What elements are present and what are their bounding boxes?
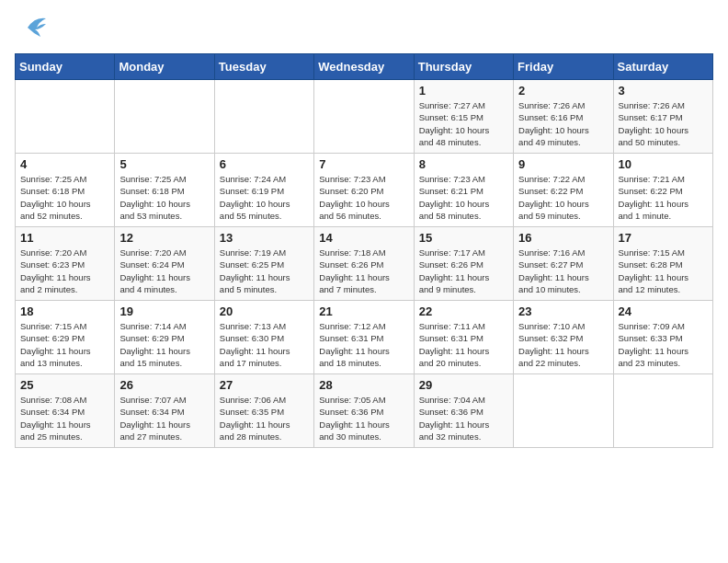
day-number: 15 bbox=[419, 231, 508, 245]
day-number: 22 bbox=[419, 304, 508, 318]
calendar-cell: 12Sunrise: 7:20 AM Sunset: 6:24 PM Dayli… bbox=[115, 227, 214, 301]
calendar-cell: 22Sunrise: 7:11 AM Sunset: 6:31 PM Dayli… bbox=[414, 301, 513, 374]
day-info: Sunrise: 7:15 AM Sunset: 6:29 PM Dayligh… bbox=[20, 320, 109, 369]
day-info: Sunrise: 7:04 AM Sunset: 6:36 PM Dayligh… bbox=[419, 394, 508, 442]
calendar-cell: 19Sunrise: 7:14 AM Sunset: 6:29 PM Dayli… bbox=[115, 301, 214, 374]
calendar-cell: 3Sunrise: 7:26 AM Sunset: 6:17 PM Daylig… bbox=[613, 80, 712, 154]
day-number: 25 bbox=[20, 378, 109, 392]
calendar-header-row: SundayMondayTuesdayWednesdayThursdayFrid… bbox=[16, 54, 713, 80]
day-info: Sunrise: 7:21 AM Sunset: 6:22 PM Dayligh… bbox=[619, 173, 708, 222]
day-number: 18 bbox=[20, 304, 109, 318]
day-info: Sunrise: 7:09 AM Sunset: 6:33 PM Dayligh… bbox=[619, 320, 708, 369]
day-number: 10 bbox=[619, 157, 708, 171]
calendar-cell: 17Sunrise: 7:15 AM Sunset: 6:28 PM Dayli… bbox=[613, 227, 712, 301]
day-header-friday: Friday bbox=[514, 54, 613, 80]
day-number: 20 bbox=[220, 304, 309, 318]
day-header-wednesday: Wednesday bbox=[314, 54, 414, 80]
calendar-cell bbox=[115, 80, 214, 154]
day-number: 13 bbox=[220, 231, 309, 245]
calendar-cell: 20Sunrise: 7:13 AM Sunset: 6:30 PM Dayli… bbox=[214, 301, 313, 374]
day-number: 21 bbox=[319, 304, 408, 318]
day-info: Sunrise: 7:15 AM Sunset: 6:28 PM Dayligh… bbox=[619, 247, 708, 295]
day-info: Sunrise: 7:11 AM Sunset: 6:31 PM Dayligh… bbox=[419, 320, 508, 369]
calendar-cell: 24Sunrise: 7:09 AM Sunset: 6:33 PM Dayli… bbox=[613, 301, 712, 374]
day-header-saturday: Saturday bbox=[613, 54, 712, 80]
day-number: 27 bbox=[220, 378, 309, 392]
day-header-tuesday: Tuesday bbox=[214, 54, 313, 80]
day-number: 26 bbox=[119, 378, 209, 392]
calendar-cell: 1Sunrise: 7:27 AM Sunset: 6:15 PM Daylig… bbox=[414, 80, 513, 154]
calendar-cell: 10Sunrise: 7:21 AM Sunset: 6:22 PM Dayli… bbox=[613, 154, 712, 227]
week-row-4: 25Sunrise: 7:08 AM Sunset: 6:34 PM Dayli… bbox=[16, 374, 713, 448]
day-info: Sunrise: 7:23 AM Sunset: 6:20 PM Dayligh… bbox=[319, 173, 408, 222]
day-info: Sunrise: 7:05 AM Sunset: 6:36 PM Dayligh… bbox=[319, 394, 408, 442]
calendar-cell: 9Sunrise: 7:22 AM Sunset: 6:22 PM Daylig… bbox=[514, 154, 613, 227]
calendar-cell bbox=[16, 80, 115, 154]
calendar-cell: 16Sunrise: 7:16 AM Sunset: 6:27 PM Dayli… bbox=[514, 227, 613, 301]
day-info: Sunrise: 7:13 AM Sunset: 6:30 PM Dayligh… bbox=[220, 320, 309, 369]
day-number: 3 bbox=[619, 84, 708, 98]
calendar-cell: 4Sunrise: 7:25 AM Sunset: 6:18 PM Daylig… bbox=[16, 154, 115, 227]
day-info: Sunrise: 7:20 AM Sunset: 6:23 PM Dayligh… bbox=[20, 247, 109, 295]
day-number: 19 bbox=[119, 304, 209, 318]
calendar-cell: 2Sunrise: 7:26 AM Sunset: 6:16 PM Daylig… bbox=[514, 80, 613, 154]
calendar-cell bbox=[214, 80, 313, 154]
day-info: Sunrise: 7:24 AM Sunset: 6:19 PM Dayligh… bbox=[220, 173, 309, 222]
day-header-sunday: Sunday bbox=[16, 54, 115, 80]
calendar-cell: 23Sunrise: 7:10 AM Sunset: 6:32 PM Dayli… bbox=[514, 301, 613, 374]
day-info: Sunrise: 7:22 AM Sunset: 6:22 PM Dayligh… bbox=[518, 173, 608, 222]
logo-bird-icon bbox=[18, 15, 48, 44]
calendar-cell: 7Sunrise: 7:23 AM Sunset: 6:20 PM Daylig… bbox=[314, 154, 414, 227]
day-number: 7 bbox=[319, 157, 408, 171]
day-info: Sunrise: 7:18 AM Sunset: 6:26 PM Dayligh… bbox=[319, 247, 408, 295]
calendar-cell bbox=[514, 374, 613, 448]
logo bbox=[15, 15, 48, 44]
calendar-cell bbox=[613, 374, 712, 448]
day-number: 2 bbox=[518, 84, 608, 98]
calendar-cell: 27Sunrise: 7:06 AM Sunset: 6:35 PM Dayli… bbox=[214, 374, 313, 448]
day-info: Sunrise: 7:14 AM Sunset: 6:29 PM Dayligh… bbox=[119, 320, 209, 369]
day-info: Sunrise: 7:27 AM Sunset: 6:15 PM Dayligh… bbox=[419, 99, 508, 148]
day-number: 29 bbox=[419, 378, 508, 392]
day-number: 1 bbox=[419, 84, 508, 98]
calendar-cell: 13Sunrise: 7:19 AM Sunset: 6:25 PM Dayli… bbox=[214, 227, 313, 301]
day-info: Sunrise: 7:26 AM Sunset: 6:16 PM Dayligh… bbox=[518, 99, 608, 148]
day-number: 12 bbox=[119, 231, 209, 245]
day-number: 23 bbox=[518, 304, 608, 318]
day-number: 8 bbox=[419, 157, 508, 171]
calendar-cell: 6Sunrise: 7:24 AM Sunset: 6:19 PM Daylig… bbox=[214, 154, 313, 227]
week-row-3: 18Sunrise: 7:15 AM Sunset: 6:29 PM Dayli… bbox=[16, 301, 713, 374]
calendar-cell: 15Sunrise: 7:17 AM Sunset: 6:26 PM Dayli… bbox=[414, 227, 513, 301]
day-info: Sunrise: 7:20 AM Sunset: 6:24 PM Dayligh… bbox=[119, 247, 209, 295]
day-number: 9 bbox=[518, 157, 608, 171]
day-info: Sunrise: 7:26 AM Sunset: 6:17 PM Dayligh… bbox=[619, 99, 708, 148]
day-info: Sunrise: 7:08 AM Sunset: 6:34 PM Dayligh… bbox=[20, 394, 109, 442]
day-number: 17 bbox=[619, 231, 708, 245]
day-number: 28 bbox=[319, 378, 408, 392]
calendar-cell: 18Sunrise: 7:15 AM Sunset: 6:29 PM Dayli… bbox=[16, 301, 115, 374]
week-row-1: 4Sunrise: 7:25 AM Sunset: 6:18 PM Daylig… bbox=[16, 154, 713, 227]
calendar-cell: 11Sunrise: 7:20 AM Sunset: 6:23 PM Dayli… bbox=[16, 227, 115, 301]
day-number: 5 bbox=[119, 157, 209, 171]
day-info: Sunrise: 7:23 AM Sunset: 6:21 PM Dayligh… bbox=[419, 173, 508, 222]
calendar-table: SundayMondayTuesdayWednesdayThursdayFrid… bbox=[15, 53, 713, 448]
calendar-cell: 5Sunrise: 7:25 AM Sunset: 6:18 PM Daylig… bbox=[115, 154, 214, 227]
header bbox=[15, 15, 713, 44]
day-number: 4 bbox=[20, 157, 109, 171]
day-number: 24 bbox=[619, 304, 708, 318]
day-info: Sunrise: 7:07 AM Sunset: 6:34 PM Dayligh… bbox=[119, 394, 209, 442]
day-info: Sunrise: 7:10 AM Sunset: 6:32 PM Dayligh… bbox=[518, 320, 608, 369]
day-number: 11 bbox=[20, 231, 109, 245]
calendar-cell: 29Sunrise: 7:04 AM Sunset: 6:36 PM Dayli… bbox=[414, 374, 513, 448]
day-number: 14 bbox=[319, 231, 408, 245]
calendar-cell: 25Sunrise: 7:08 AM Sunset: 6:34 PM Dayli… bbox=[16, 374, 115, 448]
day-number: 6 bbox=[220, 157, 309, 171]
calendar-cell bbox=[314, 80, 414, 154]
calendar-cell: 8Sunrise: 7:23 AM Sunset: 6:21 PM Daylig… bbox=[414, 154, 513, 227]
calendar-cell: 26Sunrise: 7:07 AM Sunset: 6:34 PM Dayli… bbox=[115, 374, 214, 448]
week-row-2: 11Sunrise: 7:20 AM Sunset: 6:23 PM Dayli… bbox=[16, 227, 713, 301]
day-info: Sunrise: 7:16 AM Sunset: 6:27 PM Dayligh… bbox=[518, 247, 608, 295]
day-header-thursday: Thursday bbox=[414, 54, 513, 80]
day-info: Sunrise: 7:25 AM Sunset: 6:18 PM Dayligh… bbox=[119, 173, 209, 222]
day-info: Sunrise: 7:12 AM Sunset: 6:31 PM Dayligh… bbox=[319, 320, 408, 369]
